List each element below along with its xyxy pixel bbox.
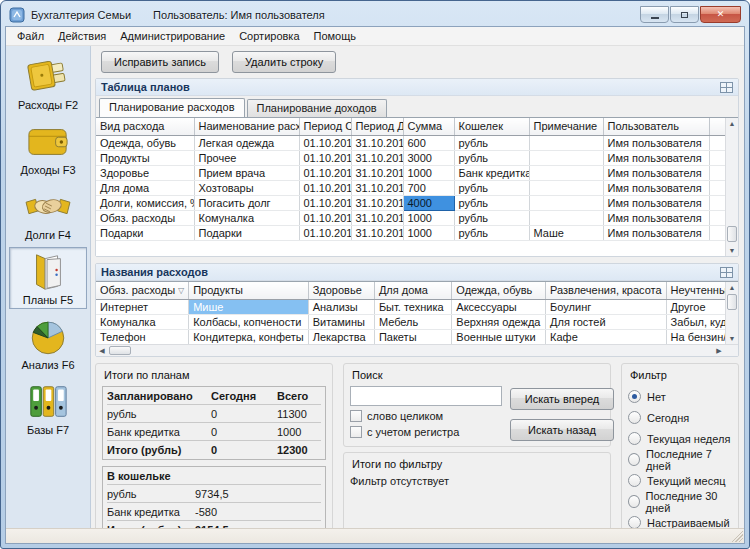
table-cell[interactable]: 1000 [403,210,454,225]
table-cell[interactable]: Имя пользователя [603,135,709,150]
table-cell[interactable]: Продукты [96,150,194,165]
scroll-up-icon[interactable]: ▲ [726,282,738,293]
table-cell[interactable]: Хозтовары [194,180,299,195]
table-cell[interactable]: 01.10.2017 [299,210,351,225]
scroll-thumb[interactable] [727,294,737,310]
table-cell[interactable]: Прочее [194,150,299,165]
table-cell[interactable]: Обяз. расходы [96,210,194,225]
table-cell[interactable]: 01.10.2017 [299,180,351,195]
table-cell[interactable] [529,135,603,150]
table-cell[interactable]: Верхняя одежда [452,314,546,329]
tab-expense-planning[interactable]: Планирование расходов [99,98,245,117]
scroll-thumb[interactable] [727,226,737,242]
table-cell[interactable]: Пакеты [374,329,451,344]
search-input[interactable] [350,386,502,406]
table-cell[interactable]: 31.10.2017 [351,135,403,150]
tab-income-planning[interactable]: Планирование доходов [247,99,387,117]
sidebar-item-incomes[interactable]: Доходы F3 [9,117,87,179]
menu-item-administration[interactable]: Администрирование [113,28,232,44]
table-cell[interactable]: Подарки [96,225,194,240]
table-cell[interactable]: Мебель [374,314,451,329]
menu-item-file[interactable]: Файл [10,28,51,44]
table-cell[interactable]: Имя пользователя [603,165,709,180]
table-cell[interactable]: Боулинг [546,299,667,314]
names-vertical-scrollbar[interactable]: ▲ ▼ [725,282,738,344]
table-cell[interactable]: 4000 [403,195,454,210]
table-cell[interactable]: 1000 [403,165,454,180]
scroll-right-icon[interactable]: ▶ [713,345,725,356]
column-header[interactable]: Наименование расхода [194,118,299,135]
table-cell[interactable]: Имя пользователя [603,225,709,240]
table-cell[interactable]: Для дома [96,180,194,195]
table-cell[interactable]: Телефон [96,329,189,344]
scroll-down-icon[interactable]: ▼ [726,245,738,256]
delete-row-button[interactable]: Удалить строку [232,51,336,73]
table-cell[interactable]: Быт. техника [374,299,451,314]
column-header[interactable]: Сумма [403,118,454,135]
menu-item-actions[interactable]: Действия [51,28,113,44]
table-cell[interactable]: Имя пользователя [603,150,709,165]
table-cell[interactable]: Маше [529,225,603,240]
scroll-down-icon[interactable]: ▼ [726,333,738,344]
table-grid-icon[interactable] [720,82,733,93]
radio-custom[interactable] [628,516,641,528]
column-header[interactable]: Кошелек [454,118,529,135]
table-grid-icon[interactable] [720,267,733,278]
table-cell[interactable]: Имя пользователя [603,180,709,195]
table-cell[interactable]: Имя пользователя [603,210,709,225]
table-cell[interactable]: Колбасы, копчености [189,314,308,329]
radio-last-30-days[interactable] [628,495,640,508]
table-cell[interactable]: 3000 [403,150,454,165]
table-cell[interactable]: 600 [403,135,454,150]
table-cell[interactable]: 1000 [403,225,454,240]
table-cell[interactable]: рубль [454,195,529,210]
checkbox-whole-word[interactable] [350,410,362,422]
table-cell[interactable]: Кондитерка, конфеты [189,329,308,344]
table-cell[interactable]: Мише [189,299,308,314]
column-header[interactable]: Развлечения, красота [546,282,667,299]
table-cell[interactable]: 31.10.2017 [351,165,403,180]
scroll-up-icon[interactable]: ▲ [726,118,738,129]
table-cell[interactable]: 01.10.2017 [299,150,351,165]
table-cell[interactable]: Погасить долг [194,195,299,210]
sidebar-item-expenses[interactable]: Расходы F2 [9,52,87,114]
table-cell[interactable] [529,210,603,225]
minimize-button[interactable] [640,6,669,23]
table-cell[interactable]: 31.10.2017 [351,210,403,225]
column-header[interactable]: Продукты [189,282,308,299]
table-cell[interactable]: Военные штуки [452,329,546,344]
table-cell[interactable]: Здоровье [96,165,194,180]
table-cell[interactable]: 31.10.2017 [351,150,403,165]
radio-today[interactable] [628,411,641,424]
table-cell[interactable]: Прием врача [194,165,299,180]
scroll-thumb[interactable] [109,346,131,355]
table-cell[interactable]: 31.10.2017 [351,225,403,240]
menu-item-help[interactable]: Помощь [307,28,364,44]
menu-item-sorting[interactable]: Сортировка [232,28,306,44]
checkbox-case-sensitive[interactable] [350,426,362,438]
table-cell[interactable]: рубль [454,225,529,240]
table-cell[interactable]: Одежда, обувь [96,135,194,150]
radio-current-week[interactable] [628,432,641,445]
table-cell[interactable]: Долги, комиссия, % [96,195,194,210]
radio-last-7-days[interactable] [628,453,640,466]
table-cell[interactable] [529,150,603,165]
table-cell[interactable]: 31.10.2017 [351,180,403,195]
column-header[interactable]: Здоровье [308,282,374,299]
table-cell[interactable]: Комуналка [96,314,189,329]
column-header[interactable]: Для дома [374,282,451,299]
column-header[interactable]: Примечание [529,118,603,135]
table-cell[interactable]: 01.10.2017 [299,195,351,210]
table-cell[interactable]: Анализы [308,299,374,314]
table-cell[interactable]: Для гостей [546,314,667,329]
scroll-left-icon[interactable]: ◀ [96,345,108,356]
table-cell[interactable]: 01.10.2017 [299,165,351,180]
table-cell[interactable]: рубль [454,180,529,195]
column-header[interactable]: Период ДО [351,118,403,135]
edit-record-button[interactable]: Исправить запись [101,51,219,73]
column-header[interactable]: Период С▽ [299,118,351,135]
table-cell[interactable]: Подарки [194,225,299,240]
table-cell[interactable]: рубль [454,150,529,165]
search-forward-button[interactable]: Искать вперед [510,388,614,410]
table-cell[interactable]: Комуналка [194,210,299,225]
